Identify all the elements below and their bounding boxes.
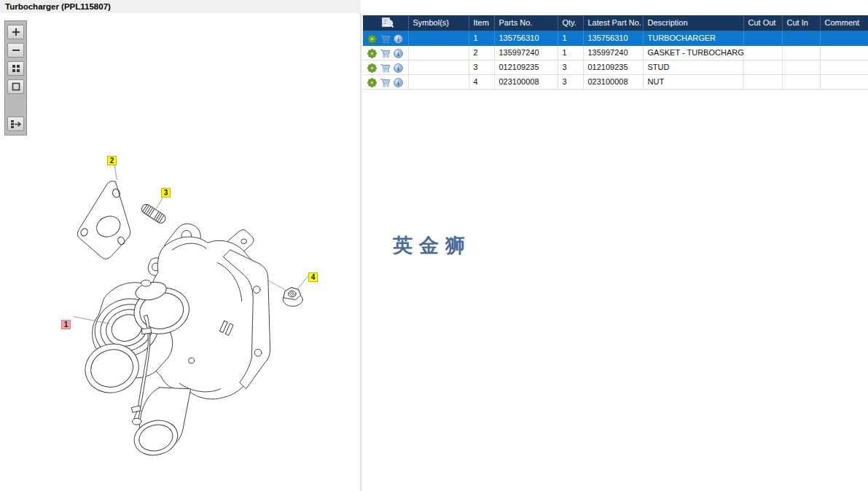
- table-row[interactable]: i 3 012109235 3 012109235 STUD: [363, 60, 868, 74]
- page-preview-icon: [367, 17, 408, 28]
- comment-cell: [820, 45, 868, 60]
- column-header-symbols[interactable]: Symbol(s): [408, 15, 469, 31]
- latest-part-no-cell: 135997240: [583, 45, 643, 60]
- settings-gear-icon[interactable]: [367, 49, 377, 58]
- table-row[interactable]: i 1 135756310 1 135756310 TURBOCHARGER: [363, 31, 868, 45]
- cut-in-cell: [782, 45, 820, 60]
- description-cell: GASKET - TURBOCHARGER: [643, 45, 743, 60]
- table-row[interactable]: i 4 023100008 3 023100008 NUT: [363, 74, 868, 89]
- latest-part-no-cell: 023100008: [583, 74, 643, 89]
- comment-cell: [820, 31, 868, 45]
- description-cell: TURBOCHARGER: [643, 31, 743, 45]
- symbols-cell: [408, 60, 469, 74]
- add-to-cart-icon[interactable]: [380, 77, 391, 87]
- column-header-item[interactable]: Item: [469, 15, 494, 31]
- table-header-row: Symbol(s) Item Parts No. Qty. Latest Par…: [363, 15, 868, 31]
- add-to-cart-icon[interactable]: [380, 63, 391, 73]
- cut-out-cell: [743, 74, 782, 89]
- column-header-cut-in[interactable]: Cut In: [782, 15, 820, 31]
- latest-part-no-cell: 135756310: [583, 31, 643, 45]
- item-cell: 1: [469, 31, 494, 45]
- parts-no-cell: 012109235: [494, 60, 558, 74]
- settings-gear-icon[interactable]: [367, 63, 377, 73]
- latest-part-no-cell: 012109235: [583, 60, 643, 74]
- column-header-actions[interactable]: [363, 15, 408, 31]
- description-cell: NUT: [643, 74, 743, 89]
- symbols-cell: [408, 31, 469, 45]
- row-actions-cell: i: [363, 45, 408, 60]
- diagram-panel: 1 2 3 4: [0, 13, 362, 491]
- cut-out-cell: [743, 45, 782, 60]
- info-icon[interactable]: i: [394, 63, 403, 73]
- row-actions-cell: i: [363, 31, 408, 45]
- turbocharger-drawing: [0, 13, 362, 491]
- column-header-latest-part-no[interactable]: Latest Part No.: [583, 15, 643, 31]
- info-icon[interactable]: i: [394, 49, 403, 58]
- parts-table: Symbol(s) Item Parts No. Qty. Latest Par…: [363, 15, 868, 90]
- cut-out-cell: [743, 60, 782, 74]
- item-cell: 4: [469, 74, 494, 89]
- add-to-cart-icon[interactable]: [380, 34, 391, 44]
- cut-in-cell: [782, 60, 820, 74]
- add-to-cart-icon[interactable]: [380, 48, 391, 58]
- comment-cell: [820, 60, 868, 74]
- cut-in-cell: [782, 74, 820, 89]
- comment-cell: [820, 74, 868, 89]
- column-header-description[interactable]: Description: [643, 15, 743, 31]
- callout-item-4[interactable]: 4: [308, 272, 318, 282]
- info-icon[interactable]: i: [394, 34, 403, 44]
- row-actions-cell: i: [363, 60, 408, 74]
- parts-no-cell: 135997240: [494, 45, 558, 60]
- qty-cell: 1: [558, 45, 583, 60]
- info-icon[interactable]: i: [394, 78, 403, 87]
- callout-item-3[interactable]: 3: [161, 188, 171, 197]
- panel-divider[interactable]: [360, 13, 361, 491]
- qty-cell: 3: [558, 60, 583, 74]
- cut-in-cell: [782, 31, 820, 45]
- page-title: Turbocharger (PPL115807): [5, 2, 111, 11]
- cut-out-cell: [743, 31, 782, 45]
- row-actions-cell: i: [363, 74, 408, 89]
- parts-no-cell: 023100008: [494, 74, 558, 89]
- column-header-comment[interactable]: Comment: [820, 15, 868, 31]
- column-header-qty[interactable]: Qty.: [558, 15, 583, 31]
- qty-cell: 3: [558, 74, 583, 89]
- settings-gear-icon[interactable]: [367, 78, 377, 87]
- settings-gear-icon[interactable]: [367, 34, 377, 44]
- callout-item-1[interactable]: 1: [61, 320, 71, 329]
- description-cell: STUD: [643, 60, 743, 74]
- app-window: Turbocharger (PPL115807): [0, 0, 868, 491]
- callout-item-2[interactable]: 2: [107, 156, 117, 165]
- symbols-cell: [408, 74, 469, 89]
- column-header-parts-no[interactable]: Parts No.: [494, 15, 558, 31]
- item-cell: 3: [469, 60, 494, 74]
- qty-cell: 1: [558, 31, 583, 45]
- column-header-cut-out[interactable]: Cut Out: [743, 15, 782, 31]
- parts-no-cell: 135756310: [494, 31, 558, 45]
- symbols-cell: [408, 45, 469, 60]
- watermark-text: 英金狮: [393, 232, 472, 259]
- table-row[interactable]: i 2 135997240 1 135997240 GASKET - TURBO…: [363, 45, 868, 60]
- item-cell: 2: [469, 45, 494, 60]
